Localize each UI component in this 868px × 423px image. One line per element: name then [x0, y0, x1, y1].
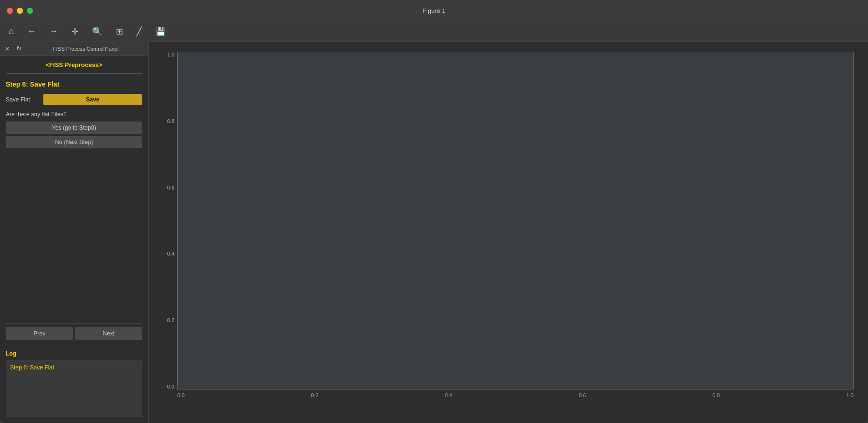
titlebar: Figure 1 — [0, 0, 868, 21]
yes-step0-btn[interactable]: Yes (go to Step0) — [6, 122, 142, 134]
panel-tab-title: FISS Process Control Panel — [26, 46, 145, 52]
x-label-10: 1.0 — [846, 392, 854, 398]
y-axis: 1.0 0.8 0.6 0.4 0.2 0.0 — [158, 52, 177, 390]
panel-refresh-button[interactable]: ↻ — [14, 44, 23, 53]
save-flat-label: Save Flat: — [6, 96, 39, 103]
plot-button[interactable]: ╱ — [134, 24, 145, 39]
x-label-04: 0.4 — [445, 392, 452, 398]
close-button[interactable] — [7, 8, 13, 14]
divider — [6, 323, 142, 323]
save-figure-button[interactable]: 💾 — [152, 24, 169, 39]
panel-content: <FISS Preprocess> Step 6: Save Flat Save… — [0, 56, 148, 350]
panel-tab-bar: ✕ ↻ FISS Process Control Panel — [0, 42, 148, 56]
log-section: Log Step 6: Save Flat — [0, 350, 148, 423]
chart-container: 1.0 0.8 0.6 0.4 0.2 0.0 0.0 0.2 0.4 0.6 … — [158, 52, 854, 404]
configure-button[interactable]: ⊞ — [113, 24, 126, 39]
chart-plot — [177, 52, 854, 390]
pan-button[interactable]: ✛ — [69, 24, 81, 39]
next-button[interactable]: Next — [75, 327, 143, 340]
prev-button[interactable]: Prev — [6, 327, 73, 340]
panel-header: <FISS Preprocess> — [6, 61, 142, 74]
forward-button[interactable]: → — [46, 24, 61, 38]
minimize-button[interactable] — [17, 8, 23, 14]
y-label-02: 0.2 — [167, 317, 174, 323]
x-label-02: 0.2 — [311, 392, 318, 398]
nav-buttons: Prev Next — [6, 327, 142, 340]
x-label-08: 0.8 — [712, 392, 720, 398]
window-title: Figure 1 — [423, 7, 445, 14]
left-panel: ✕ ↻ FISS Process Control Panel <FISS Pre… — [0, 42, 148, 423]
maximize-button[interactable] — [27, 8, 33, 14]
main-window: Figure 1 ⌂ ← → ✛ 🔍 ⊞ ╱ 💾 ✕ ↻ FISS Proces… — [0, 0, 868, 423]
x-axis: 0.0 0.2 0.4 0.6 0.8 1.0 — [177, 390, 854, 404]
log-content: Step 6: Save Flat — [10, 364, 54, 371]
log-box: Step 6: Save Flat — [6, 360, 142, 417]
y-label-10: 1.0 — [167, 52, 174, 57]
y-label-04: 0.4 — [167, 251, 174, 256]
back-button[interactable]: ← — [24, 24, 39, 38]
no-next-btn[interactable]: No (Next Step) — [6, 136, 142, 148]
flat-files-question: Are there any flat Files? — [6, 111, 142, 118]
log-title: Log — [6, 350, 142, 357]
x-label-00: 0.0 — [177, 392, 184, 398]
traffic-lights — [7, 8, 33, 14]
zoom-button[interactable]: 🔍 — [89, 24, 105, 39]
chart-area: 1.0 0.8 0.6 0.4 0.2 0.0 0.0 0.2 0.4 0.6 … — [148, 42, 868, 423]
x-label-06: 0.6 — [579, 392, 586, 398]
panel-close-button[interactable]: ✕ — [3, 45, 11, 53]
y-label-08: 0.8 — [167, 118, 174, 124]
step-title: Step 6: Save Flat — [6, 80, 142, 88]
y-label-00: 0.0 — [167, 384, 174, 390]
toolbar: ⌂ ← → ✛ 🔍 ⊞ ╱ 💾 — [0, 21, 868, 42]
main-area: ✕ ↻ FISS Process Control Panel <FISS Pre… — [0, 42, 868, 423]
save-flat-row: Save Flat: Save — [6, 94, 142, 105]
home-button[interactable]: ⌂ — [6, 24, 17, 38]
save-flat-button[interactable]: Save — [43, 94, 142, 105]
y-label-06: 0.6 — [167, 185, 174, 190]
